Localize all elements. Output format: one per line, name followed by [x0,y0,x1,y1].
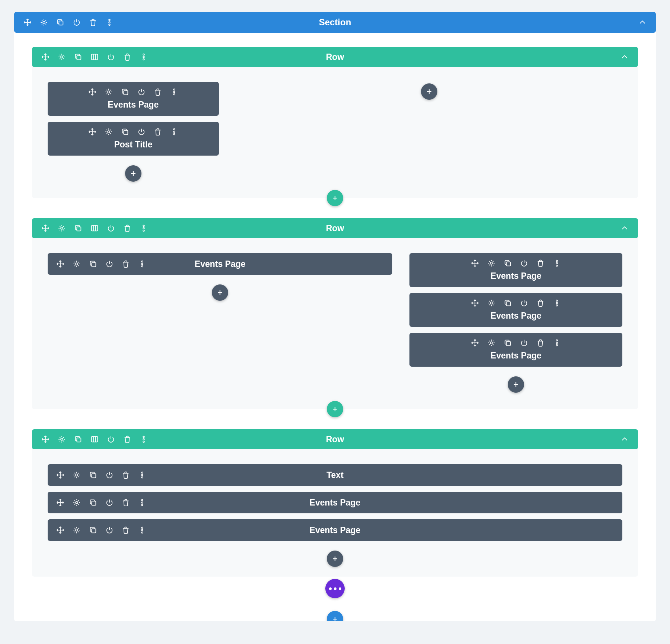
module-post-title[interactable]: Post Title [48,122,219,156]
gear-icon[interactable] [104,87,113,96]
more-icon[interactable] [139,52,148,61]
gear-icon[interactable] [39,18,48,27]
more-icon[interactable] [138,471,147,479]
more-icon[interactable] [552,338,561,347]
chevron-up-icon[interactable] [638,18,647,27]
more-icon[interactable] [138,498,147,507]
move-icon[interactable] [56,526,65,535]
move-icon[interactable] [470,299,479,307]
trash-icon[interactable] [123,224,132,233]
power-icon[interactable] [137,127,146,136]
more-icon[interactable] [105,18,114,27]
clone-icon[interactable] [89,471,98,479]
columns-icon[interactable] [90,52,99,61]
trash-icon[interactable] [121,526,130,535]
move-icon[interactable] [56,259,65,268]
add-module-button[interactable] [212,284,228,301]
add-module-button[interactable] [508,376,524,393]
clone-icon[interactable] [74,224,83,233]
clone-icon[interactable] [89,526,98,535]
move-icon[interactable] [470,338,479,347]
more-icon[interactable] [170,87,179,96]
chevron-up-icon[interactable] [620,224,629,233]
columns-icon[interactable] [90,224,99,233]
clone-icon[interactable] [503,299,512,307]
move-icon[interactable] [23,18,32,27]
power-icon[interactable] [520,259,529,268]
clone-icon[interactable] [503,338,512,347]
gear-icon[interactable] [487,259,496,268]
trash-icon[interactable] [121,259,130,268]
trash-icon[interactable] [121,471,130,479]
gear-icon[interactable] [57,224,66,233]
trash-icon[interactable] [153,87,162,96]
section-header[interactable]: Section [14,12,656,33]
more-icon[interactable] [139,224,148,233]
module-events-page[interactable]: Events Page [48,519,622,541]
module-events-page[interactable]: Events Page [48,82,219,116]
trash-icon[interactable] [89,18,98,27]
trash-icon[interactable] [536,259,545,268]
add-row-button[interactable] [327,401,343,417]
trash-icon[interactable] [536,338,545,347]
clone-icon[interactable] [56,18,65,27]
gear-icon[interactable] [487,338,496,347]
clone-icon[interactable] [89,259,98,268]
clone-icon[interactable] [121,127,130,136]
power-icon[interactable] [106,224,115,233]
gear-icon[interactable] [57,435,66,444]
power-icon[interactable] [105,471,114,479]
move-icon[interactable] [56,471,65,479]
move-icon[interactable] [41,435,50,444]
gear-icon[interactable] [72,498,81,507]
clone-icon[interactable] [74,435,83,444]
more-icon[interactable] [170,127,179,136]
gear-icon[interactable] [72,259,81,268]
more-icon[interactable] [138,259,147,268]
module-text[interactable]: Text [48,464,622,486]
move-icon[interactable] [41,224,50,233]
gear-icon[interactable] [72,526,81,535]
move-icon[interactable] [88,127,97,136]
clone-icon[interactable] [503,259,512,268]
power-icon[interactable] [105,259,114,268]
move-icon[interactable] [41,52,50,61]
add-section-button[interactable] [327,611,343,621]
module-events-page[interactable]: Events Page [409,293,622,327]
add-module-button[interactable] [125,165,141,182]
clone-icon[interactable] [89,498,98,507]
add-module-button[interactable] [327,551,343,567]
chevron-up-icon[interactable] [620,52,629,61]
power-icon[interactable] [106,435,115,444]
trash-icon[interactable] [123,52,132,61]
module-events-page[interactable]: Events Page [48,492,622,513]
clone-icon[interactable] [74,52,83,61]
module-events-page[interactable]: Events Page [48,253,392,275]
gear-icon[interactable] [487,299,496,307]
power-icon[interactable] [520,338,529,347]
more-icon[interactable] [139,435,148,444]
trash-icon[interactable] [153,127,162,136]
move-icon[interactable] [470,259,479,268]
power-icon[interactable] [105,498,114,507]
add-module-button[interactable] [421,83,437,100]
power-icon[interactable] [137,87,146,96]
gear-icon[interactable] [57,52,66,61]
more-actions-button[interactable] [325,579,345,598]
move-icon[interactable] [56,498,65,507]
row-header[interactable]: Row [32,218,638,238]
row-header[interactable]: Row [32,429,638,449]
add-row-button[interactable] [327,190,343,206]
clone-icon[interactable] [121,87,130,96]
module-events-page[interactable]: Events Page [409,333,622,367]
row-header[interactable]: Row [32,47,638,67]
chevron-up-icon[interactable] [620,435,629,444]
more-icon[interactable] [552,299,561,307]
move-icon[interactable] [88,87,97,96]
trash-icon[interactable] [123,435,132,444]
power-icon[interactable] [520,299,529,307]
module-events-page[interactable]: Events Page [409,253,622,287]
trash-icon[interactable] [121,498,130,507]
gear-icon[interactable] [72,471,81,479]
power-icon[interactable] [105,526,114,535]
